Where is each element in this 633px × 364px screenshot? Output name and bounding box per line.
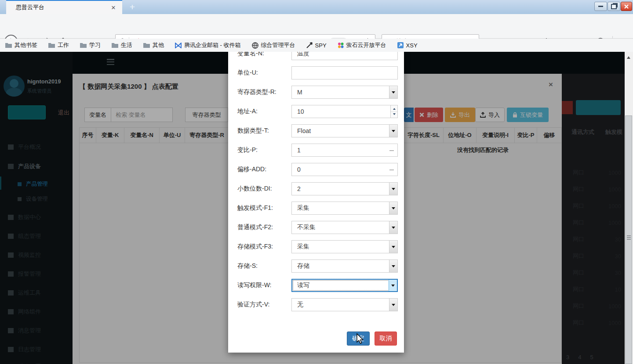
dropdown-arrow-icon[interactable]: [389, 260, 397, 272]
menu-icon: [8, 164, 14, 169]
address-number-input[interactable]: 10: [291, 105, 398, 118]
dropdown-arrow-icon[interactable]: [389, 221, 397, 234]
bookmark-item[interactable]: 萤石云开放平台: [338, 41, 386, 49]
sidebar-item-device-management[interactable]: 设备管理: [0, 191, 73, 206]
dropdown-arrow-icon[interactable]: [389, 125, 397, 137]
window-minimize-button[interactable]: [594, 2, 607, 11]
sidebar-section-products-devices[interactable]: 产品设备: [0, 159, 73, 174]
scrollbar-thumb[interactable]: [625, 115, 632, 364]
field-label: 寄存器类型-R:: [237, 88, 276, 96]
verify-method-select[interactable]: 无: [291, 298, 398, 311]
menu-icon: [8, 144, 14, 150]
menu-icon: [18, 197, 22, 201]
field-label: 普通模式-F2:: [237, 223, 273, 231]
folder-icon: [112, 43, 118, 48]
field-label: 读写权限-W:: [237, 281, 272, 289]
page-scrollbar[interactable]: [625, 52, 633, 364]
bookmark-item[interactable]: 其他: [143, 41, 164, 49]
bookmark-item[interactable]: 综合管理平台: [252, 41, 295, 49]
avatar: [4, 76, 25, 97]
storage-mode-select[interactable]: 采集: [291, 240, 398, 253]
sidebar-item-product-management[interactable]: 产品管理: [0, 177, 73, 191]
form-row: 验证方式-V: 无: [228, 298, 404, 311]
bookmark-item[interactable]: 腾讯企业邮箱 - 收件箱: [175, 41, 241, 49]
offset-input[interactable]: 0: [291, 163, 398, 176]
browser-tab[interactable]: 思普云平台 ✕: [6, 0, 122, 14]
color-dots-icon: [338, 42, 344, 48]
new-tab-button[interactable]: +: [126, 1, 139, 13]
sidebar-item[interactable]: 网络组件: [0, 304, 73, 319]
normal-mode-select[interactable]: 不采集: [291, 221, 398, 234]
bookmark-item[interactable]: 生活: [112, 41, 132, 49]
field-label: 存储-S:: [237, 262, 258, 270]
point-edit-modal: 变量名-N: 温度 单位-U: 寄存器类型-R: M 地址-A: 10 数据类型…: [228, 52, 404, 353]
field-label: 变比-P:: [237, 146, 258, 154]
form-row: 地址-A: 10: [228, 105, 404, 118]
page-number[interactable]: 5: [590, 354, 593, 360]
sidebar-item[interactable]: 消息管理: [0, 323, 73, 338]
folder-icon: [80, 43, 87, 48]
sidebar-item[interactable]: 系统设置: [0, 359, 73, 364]
window-restore-button[interactable]: [608, 2, 620, 11]
register-type-select[interactable]: M: [291, 86, 398, 99]
bookmark-item[interactable]: 其他书签: [5, 41, 37, 49]
number-spinner[interactable]: [390, 105, 397, 118]
form-row: 存储模式-F3: 采集: [228, 240, 404, 253]
unit-input[interactable]: [291, 66, 398, 79]
bookmark-item[interactable]: 工作: [48, 41, 69, 49]
sidebar-item[interactable]: 平台概况: [0, 140, 73, 155]
data-type-select[interactable]: Float: [291, 124, 398, 137]
dropdown-arrow-icon[interactable]: [389, 241, 397, 253]
menu-icon: [8, 328, 14, 333]
logout-link[interactable]: 退出: [58, 109, 69, 117]
sidebar-item[interactable]: 视频监控: [0, 248, 73, 263]
storage-select[interactable]: 存储: [291, 259, 398, 273]
page-number[interactable]: 4: [578, 354, 581, 360]
table-row: 网口10: [562, 281, 625, 298]
variable-name-input[interactable]: 温度: [291, 52, 398, 60]
sidebar-item[interactable]: 组态管理: [0, 229, 73, 244]
dropdown-arrow-icon[interactable]: [389, 299, 397, 311]
form-row: 变比-P: 1: [228, 144, 404, 157]
sidebar-item[interactable]: 数据中心: [0, 210, 73, 225]
trigger-mode-select[interactable]: 采集: [291, 202, 398, 215]
sidebar-collapse-icon[interactable]: [107, 59, 114, 65]
folder-icon: [5, 43, 12, 48]
sidebar-item[interactable]: 报警管理: [0, 267, 73, 281]
sidebar-teal-button[interactable]: [8, 105, 46, 119]
field-label: 变量名-N:: [237, 52, 264, 58]
menu-icon: [8, 309, 14, 314]
cancel-button[interactable]: 取消: [375, 332, 397, 346]
menu-icon: [8, 234, 14, 239]
column-header: 触发模: [605, 128, 622, 136]
dropdown-arrow-icon[interactable]: [389, 202, 397, 214]
bookmark-item[interactable]: 学习: [80, 41, 101, 49]
scroll-up-arrow-icon[interactable]: [627, 54, 630, 59]
dropdown-arrow-icon[interactable]: [389, 280, 397, 291]
read-write-permission-select[interactable]: 读写: [291, 279, 398, 292]
window-close-button[interactable]: [621, 2, 632, 11]
dropdown-arrow-icon[interactable]: [389, 86, 397, 98]
table-row: 网口30: [562, 231, 625, 248]
sidebar-item[interactable]: 日志管理: [0, 342, 73, 357]
bookmark-item[interactable]: SPY: [306, 42, 327, 49]
bookmark-item[interactable]: XSY: [397, 42, 418, 49]
table-row: 网口1000: [562, 298, 625, 314]
sidebar-item[interactable]: 运维工具: [0, 285, 73, 300]
field-label: 偏移-ADD:: [237, 166, 266, 173]
scale-input[interactable]: 1: [291, 144, 398, 157]
page-number[interactable]: 3: [566, 354, 569, 360]
form-row: 变量名-N: 温度: [228, 52, 404, 60]
dropdown-arrow-icon[interactable]: [389, 183, 397, 195]
decimal-digits-select[interactable]: 2: [291, 182, 398, 195]
form-row: 触发模式-F1: 采集: [228, 202, 404, 215]
browser-navbar: iot.idosp.net/admin/index.html?lang 80% …: [0, 14, 633, 39]
tab-close-icon[interactable]: ✕: [109, 4, 118, 11]
pagination: 3 4 5: [566, 354, 593, 360]
background-delete-button: [562, 101, 573, 114]
table-row: 网口30: [562, 248, 625, 264]
table-row: 网口1000: [562, 214, 625, 231]
table-row: 网口1000: [562, 314, 625, 331]
field-label: 地址-A:: [237, 108, 258, 115]
field-label: 数据类型-T:: [237, 127, 269, 135]
